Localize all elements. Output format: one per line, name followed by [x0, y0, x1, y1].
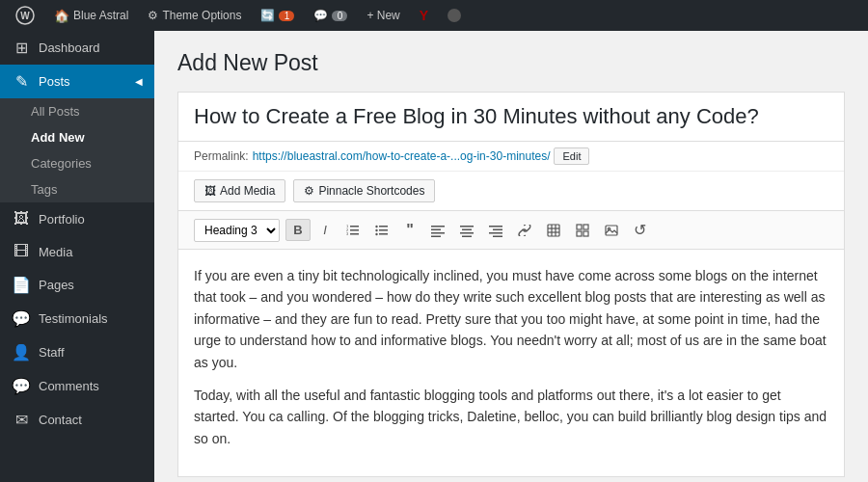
sidebar-item-media[interactable]: 🎞 Media	[0, 235, 154, 268]
undo-button[interactable]: ↺	[627, 217, 653, 243]
svg-point-13	[375, 232, 377, 234]
post-editor: Permalink: https://blueastral.com/how-to…	[177, 92, 845, 477]
site-name-item[interactable]: 🏠 Blue Astral	[46, 0, 136, 31]
post-title-input[interactable]	[178, 93, 844, 142]
align-left-button[interactable]	[424, 220, 451, 241]
svg-rect-22	[489, 226, 502, 228]
svg-rect-16	[431, 232, 445, 234]
all-posts-label: All Posts	[31, 104, 80, 119]
comments-icon: 💬	[313, 9, 328, 22]
sidebar-item-comments-label: Comments	[39, 379, 99, 393]
svg-rect-18	[460, 226, 474, 228]
svg-rect-24	[489, 232, 502, 234]
sidebar-item-testimonials-label: Testimonials	[39, 311, 108, 326]
svg-rect-33	[577, 231, 582, 236]
editor-paragraph-2: Today, with all the useful and fantastic…	[194, 385, 828, 449]
sidebar-item-comments[interactable]: 💬 Comments	[0, 369, 154, 403]
svg-rect-21	[462, 235, 472, 237]
sidebar-item-dashboard[interactable]: ⊞ Dashboard	[0, 31, 154, 65]
gear-icon: ⚙	[148, 9, 158, 22]
svg-rect-34	[583, 231, 588, 236]
svg-text:3: 3	[346, 231, 349, 236]
image-button[interactable]	[598, 220, 625, 241]
comments-item[interactable]: 💬 0	[306, 0, 355, 31]
table-button[interactable]	[540, 220, 567, 241]
svg-point-12	[375, 228, 377, 230]
wp-logo-icon: W	[15, 6, 35, 25]
wp-logo-item[interactable]: W	[8, 0, 42, 31]
svg-text:W: W	[20, 11, 30, 21]
sidebar-item-pages[interactable]: 📄 Pages	[0, 268, 154, 302]
content-area: Add New Post Permalink: https://blueastr…	[154, 31, 868, 482]
portfolio-icon: 🖼	[12, 210, 31, 228]
svg-rect-19	[462, 228, 472, 230]
pinnacle-shortcodes-button[interactable]: ⚙ Pinnacle Shortcodes	[293, 179, 435, 202]
submenu-item-add-new[interactable]: Add New	[0, 124, 154, 150]
format-select[interactable]: Heading 3	[194, 219, 280, 242]
sidebar-item-media-label: Media	[39, 245, 72, 259]
sidebar-item-pages-label: Pages	[39, 278, 74, 292]
yoast-item[interactable]: Y	[412, 0, 436, 31]
theme-options-item[interactable]: ⚙ Theme Options	[140, 0, 249, 31]
editor-top-bar: 🖼 Add Media ⚙ Pinnacle Shortcodes	[178, 172, 844, 211]
submenu-item-tags[interactable]: Tags	[0, 176, 154, 202]
svg-rect-14	[431, 226, 445, 228]
align-center-button[interactable]	[453, 220, 480, 241]
sidebar-item-portfolio[interactable]: 🖼 Portfolio	[0, 202, 154, 235]
add-media-icon: 🖼	[204, 184, 216, 198]
pages-icon: 📄	[12, 276, 31, 294]
blockquote-button[interactable]: "	[397, 218, 422, 243]
new-label: + New	[366, 9, 399, 22]
updates-icon: 🔄	[260, 9, 275, 22]
permalink-link[interactable]: https://blueastral.com/how-to-create-a-.…	[253, 149, 551, 163]
site-name-label: Blue Astral	[73, 9, 128, 22]
sidebar-item-staff[interactable]: 👤 Staff	[0, 335, 154, 369]
permalink-edit-button[interactable]: Edit	[554, 147, 589, 165]
sidebar-item-testimonials[interactable]: 💬 Testimonials	[0, 302, 154, 335]
editor-toolbar: Heading 3 B I 123 "	[178, 211, 844, 250]
woo-icon-item[interactable]	[440, 0, 469, 31]
add-media-button[interactable]: 🖼 Add Media	[194, 179, 285, 202]
ul-button[interactable]	[368, 220, 395, 241]
permalink-label: Permalink:	[194, 149, 249, 163]
tags-label: Tags	[31, 182, 57, 197]
svg-rect-3	[350, 229, 359, 231]
categories-label: Categories	[31, 156, 92, 171]
editor-paragraph-1: If you are even a tiny bit technological…	[194, 265, 828, 373]
bold-button[interactable]: B	[285, 219, 311, 241]
submenu-item-all-posts[interactable]: All Posts	[0, 98, 154, 124]
sidebar-item-contact[interactable]: ✉ Contact	[0, 403, 154, 437]
posts-icon: ✎	[12, 72, 31, 91]
dashboard-icon: ⊞	[12, 39, 31, 57]
comments-badge: 0	[332, 11, 347, 21]
woo-circle-icon	[448, 9, 461, 22]
italic-button[interactable]: I	[312, 219, 338, 241]
permalink-row: Permalink: https://blueastral.com/how-to…	[178, 142, 844, 172]
svg-rect-20	[460, 232, 474, 234]
submenu-item-categories[interactable]: Categories	[0, 150, 154, 176]
yoast-icon: Y	[420, 8, 428, 23]
align-right-button[interactable]	[482, 220, 509, 241]
updates-item[interactable]: 🔄 1	[253, 0, 302, 31]
testimonials-icon: 💬	[12, 309, 31, 328]
svg-rect-17	[431, 235, 441, 237]
home-icon: 🏠	[54, 9, 69, 23]
svg-point-11	[375, 225, 377, 227]
main-layout: ⊞ Dashboard ✎ Posts ◀ All Posts Add New …	[0, 31, 868, 482]
contact-icon: ✉	[12, 411, 31, 429]
sidebar-item-posts[interactable]: ✎ Posts ◀	[0, 65, 154, 98]
svg-rect-9	[379, 229, 388, 231]
shortcodes-gear-icon: ⚙	[304, 184, 314, 198]
add-media-label: Add Media	[220, 184, 275, 198]
posts-submenu: All Posts Add New Categories Tags	[0, 98, 154, 202]
grid-button[interactable]	[569, 220, 596, 241]
media-icon: 🎞	[12, 243, 31, 260]
new-item[interactable]: + New	[359, 0, 407, 31]
svg-rect-2	[350, 226, 359, 228]
sidebar-item-contact-label: Contact	[39, 413, 82, 427]
ol-button[interactable]: 123	[339, 220, 366, 241]
editor-content[interactable]: If you are even a tiny bit technological…	[178, 250, 844, 476]
link-button[interactable]	[511, 221, 538, 240]
svg-rect-23	[493, 228, 502, 230]
sidebar-item-dashboard-label: Dashboard	[39, 40, 100, 55]
